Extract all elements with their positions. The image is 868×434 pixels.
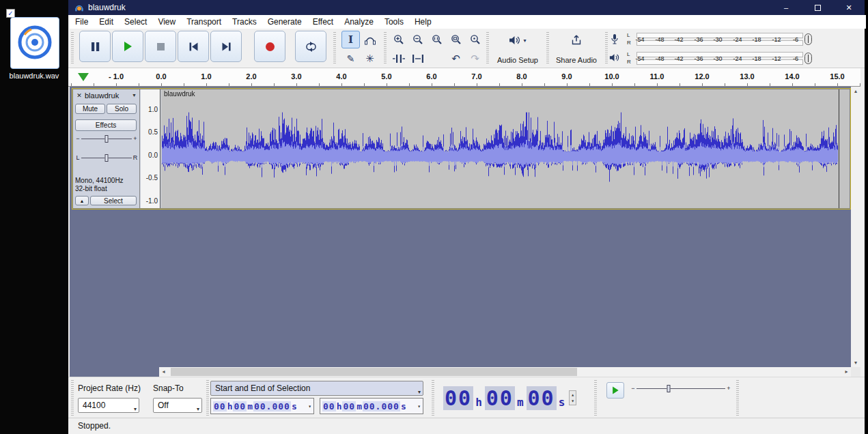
sel-end-seconds[interactable]: 00.000 [363, 401, 400, 411]
solo-button[interactable]: Solo [107, 104, 137, 114]
horizontal-scrollbar-thumb[interactable] [171, 368, 577, 376]
speed-slider-track[interactable] [636, 384, 725, 393]
audio-position-display[interactable]: 00h 00m 00s ▴▾ [440, 380, 592, 416]
record-button[interactable] [254, 31, 285, 62]
waveform-area[interactable]: blauwdruk [161, 89, 850, 208]
pan-slider[interactable]: L R [74, 152, 139, 163]
undo-button[interactable]: ↶ [447, 50, 465, 68]
recording-meter-bar[interactable]: -54 -48 -42 -36 -30 -24 -18 -12 -6 [636, 31, 803, 48]
toolbar-gripper[interactable] [486, 32, 489, 65]
menu-effect[interactable]: Effect [307, 15, 339, 29]
select-track-button[interactable]: Select [90, 196, 137, 205]
gain-slider-track[interactable] [81, 134, 132, 143]
track-name[interactable]: blauwdruk [85, 91, 119, 100]
toolbar-gripper[interactable] [605, 32, 608, 65]
chevron-down-icon[interactable]: ▾ [308, 403, 311, 409]
selection-end-field[interactable]: 00h 00m 00.000s ▾ [320, 398, 423, 414]
menu-edit[interactable]: Edit [94, 15, 119, 29]
time-spinner[interactable]: ▴▾ [569, 390, 576, 405]
window-close-button[interactable]: ✕ [833, 0, 865, 15]
title-bar[interactable]: blauwdruk – ✕ [68, 0, 865, 15]
silence-audio-button[interactable] [408, 50, 427, 68]
stop-button[interactable] [145, 31, 176, 62]
position-minutes[interactable]: 00 [485, 386, 515, 410]
toolbar-gripper[interactable] [333, 32, 336, 65]
zoom-in-button[interactable] [389, 31, 408, 48]
menu-tracks[interactable]: Tracks [227, 15, 262, 29]
skip-to-end-button[interactable] [210, 31, 242, 62]
selection-start-field[interactable]: 00h 00m 00.000s ▾ [210, 398, 314, 414]
multi-tool-button[interactable]: ✳ [361, 50, 379, 68]
gain-slider[interactable]: − + [74, 133, 139, 144]
toolbar-gripper[interactable] [594, 380, 597, 416]
menu-view[interactable]: View [152, 15, 181, 29]
draw-tool-button[interactable]: ✎ [341, 50, 360, 68]
menu-help[interactable]: Help [409, 15, 437, 29]
horizontal-scrollbar[interactable]: ◂ ▸ [159, 367, 851, 377]
selection-tool-button[interactable]: I [341, 31, 360, 48]
sel-start-minutes[interactable]: 00 [233, 401, 247, 411]
scroll-down-arrow[interactable]: ▾ [851, 358, 860, 367]
vertical-scale-ruler[interactable]: 1.0 0.5 0.0 -0.5 -1.0 [141, 89, 160, 208]
scroll-left-arrow[interactable]: ◂ [159, 367, 168, 377]
audio-setup-button[interactable]: ▾ Audio Setup [490, 31, 545, 66]
scroll-up-arrow[interactable]: ▴ [851, 87, 860, 96]
toolbar-gripper[interactable] [736, 380, 739, 416]
sel-start-seconds[interactable]: 00.000 [253, 401, 291, 411]
playback-speed-slider[interactable]: − + [630, 383, 732, 394]
menu-analyze[interactable]: Analyze [339, 15, 379, 29]
toolbar-gripper[interactable] [71, 380, 74, 416]
window-minimize-button[interactable]: – [770, 0, 802, 15]
mute-button[interactable]: Mute [75, 104, 105, 114]
envelope-tool-button[interactable] [361, 31, 379, 48]
zoom-toggle-button[interactable] [466, 31, 484, 48]
zoom-to-selection-button[interactable] [428, 31, 446, 48]
sel-end-minutes[interactable]: 00 [342, 401, 356, 411]
gain-slider-thumb[interactable] [105, 135, 109, 143]
zoom-to-fit-button[interactable] [447, 31, 465, 48]
share-audio-button[interactable]: Share Audio [550, 31, 602, 66]
playback-meter[interactable]: L R -54 -48 -42 -36 -30 -24 -18 -12 -6 [609, 50, 811, 68]
menu-tools[interactable]: Tools [379, 15, 409, 29]
timeline-options-icon[interactable] [78, 73, 89, 81]
collapse-track-button[interactable]: ▲ [75, 196, 89, 205]
meter-slider-handle[interactable] [804, 33, 812, 45]
track-close-button[interactable]: ✕ [75, 91, 83, 100]
playback-meter-bar[interactable]: -54 -48 -42 -36 -30 -24 -18 -12 -6 [636, 50, 803, 68]
recording-meter[interactable]: L R -54 -48 -42 -36 -30 -24 -18 -12 -6 [609, 31, 811, 48]
sel-start-hours[interactable]: 00 [213, 401, 227, 411]
snap-to-select[interactable]: Off ▾ [153, 398, 202, 413]
menu-transport[interactable]: Transport [181, 15, 227, 29]
menu-select[interactable]: Select [119, 15, 152, 29]
sel-end-hours[interactable]: 00 [322, 401, 336, 411]
menu-file[interactable]: File [70, 15, 94, 29]
trim-audio-button[interactable] [389, 50, 408, 68]
timeline-ruler[interactable]: - 1.0 0.0 1.0 2.0 3.0 4.0 5.0 6.0 7.0 8.… [68, 68, 860, 87]
vertical-scrollbar[interactable]: ▴ ▾ [851, 87, 860, 367]
toolbar-gripper[interactable] [206, 380, 209, 416]
skip-to-start-button[interactable] [178, 31, 209, 62]
spin-down-icon[interactable]: ▾ [571, 398, 574, 404]
play-button[interactable] [112, 31, 143, 62]
meter-slider-handle[interactable] [804, 53, 812, 64]
toolbar-gripper[interactable] [432, 380, 434, 416]
window-maximize-button[interactable] [802, 0, 833, 15]
project-rate-select[interactable]: 44100 ▾ [78, 398, 139, 413]
toolbar-gripper[interactable] [384, 32, 387, 65]
play-at-speed-button[interactable] [606, 382, 624, 399]
speed-slider-thumb[interactable] [667, 385, 670, 392]
pan-slider-track[interactable] [81, 153, 132, 162]
toolbar-gripper[interactable] [71, 32, 74, 65]
menu-generate[interactable]: Generate [262, 15, 307, 29]
waveform-canvas[interactable] [161, 89, 850, 208]
desktop-file-icon[interactable] [10, 17, 59, 69]
toolbar-gripper[interactable] [546, 32, 549, 65]
position-seconds[interactable]: 00 [527, 386, 557, 410]
redo-button[interactable]: ↷ [466, 50, 484, 68]
pan-slider-thumb[interactable] [105, 154, 109, 162]
selection-mode-select[interactable]: Start and End of Selection ▾ [210, 381, 423, 396]
effects-button[interactable]: Effects [75, 119, 137, 131]
pause-button[interactable] [79, 31, 111, 62]
zoom-out-button[interactable] [408, 31, 427, 48]
track-menu-button[interactable]: ▼ [132, 93, 137, 98]
